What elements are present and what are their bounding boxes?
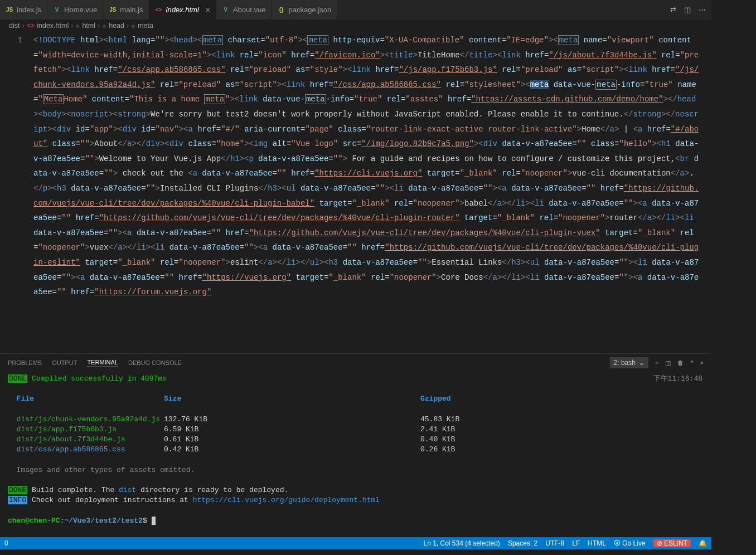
file-row: dist/css/app.ab586865.css0.42 KiB0.26 Ki… [8, 445, 704, 455]
status-cursor[interactable]: Ln 1, Col 534 (4 selected) [423, 539, 500, 547]
more-icon[interactable]: ⋯ [699, 6, 706, 14]
split-editor-icon[interactable]: ◫ [684, 6, 691, 14]
file-icon: V [53, 6, 61, 14]
terminal-timestamp: 下午11:16:48 [653, 374, 702, 384]
compare-icon[interactable]: ⇄ [670, 6, 676, 14]
file-icon: V [222, 6, 230, 14]
panel-tab-debug[interactable]: DEBUG CONSOLE [128, 359, 182, 366]
tab-label: index.html [166, 6, 199, 14]
status-spaces[interactable]: Spaces: 2 [508, 539, 537, 547]
bell-icon[interactable]: 🔔 [699, 539, 707, 547]
prompt-path: ~/Vue3/test2/test2 [64, 517, 142, 525]
tab-label: index.js [17, 6, 41, 14]
file-row: dist/js/chunk-vendors.95a92a4d.js132.76 … [8, 415, 704, 425]
line-number: 1 [0, 33, 22, 48]
editor-tab[interactable]: JSindex.js [0, 0, 47, 20]
status-problems[interactable]: 0 [4, 539, 8, 547]
breadcrumb-item[interactable]: html [82, 22, 95, 30]
tabbar-actions: ⇄ ◫ ⋯ [665, 0, 711, 20]
tab-label: package.json [289, 6, 332, 14]
line-gutter: 1 [0, 32, 33, 353]
tab-label: Home.vue [64, 6, 97, 14]
breadcrumb-item[interactable]: dist [9, 22, 20, 30]
panel-tab-output[interactable]: OUTPUT [52, 359, 77, 366]
done-badge: DONE [8, 374, 27, 383]
col-gzipped: Gzipped [420, 395, 451, 403]
editor-tab[interactable]: VAbout.vue [216, 0, 272, 20]
terminal-output[interactable]: DONE Compiled successfully in 4097ms下午11… [0, 372, 711, 537]
split-terminal-icon[interactable]: ◫ [665, 359, 671, 367]
status-language[interactable]: HTML [588, 539, 606, 547]
file-icon: JS [109, 6, 117, 14]
breadcrumb-item[interactable]: index.html [37, 22, 69, 30]
chevron-right-icon: › [127, 22, 129, 30]
breadcrumb-item[interactable]: meta [138, 22, 153, 30]
terminal-select[interactable]: 2: bash [610, 357, 648, 368]
file-row: dist/js/about.7f3d44be.js0.61 KiB0.40 Ki… [8, 435, 704, 445]
breadcrumb-item[interactable]: head [109, 22, 124, 30]
panel-tab-terminal[interactable]: TERMINAL [87, 359, 118, 367]
prompt-user: chen@chen-PC [8, 517, 60, 525]
code-content[interactable]: <!DOCTYPE html><html lang=""><head><meta… [33, 32, 711, 353]
outline-icon: ⬦ [75, 22, 80, 30]
close-icon[interactable]: × [206, 6, 210, 14]
editor-tab[interactable]: JSmain.js [103, 0, 149, 20]
status-golive[interactable]: ⦿ Go Live [614, 539, 646, 547]
outline-icon: ⬦ [102, 22, 106, 30]
file-row: dist/js/app.f175b6b3.js6.59 KiB2.41 KiB [8, 425, 704, 435]
chevron-right-icon: › [22, 22, 24, 30]
trash-icon[interactable]: 🗑 [677, 359, 684, 366]
editor-tab[interactable]: {}package.json [272, 0, 338, 20]
outline-icon: ⬦ [131, 22, 135, 30]
status-encoding[interactable]: UTF-8 [545, 539, 564, 547]
status-eslint[interactable]: ⊘ ESLINT [653, 539, 691, 547]
status-eol[interactable]: LF [572, 539, 580, 547]
close-panel-icon[interactable]: × [700, 359, 704, 366]
panel-tabs: PROBLEMS OUTPUT TERMINAL DEBUG CONSOLE 2… [0, 354, 711, 372]
code-editor[interactable]: 1 <!DOCTYPE html><html lang=""><head><me… [0, 32, 711, 353]
new-terminal-icon[interactable]: + [655, 359, 658, 366]
breadcrumb[interactable]: dist › <> index.html › ⬦ html › ⬦ head ›… [0, 20, 711, 32]
editor-tabs: JSindex.jsVHome.vueJSmain.js<>index.html… [0, 0, 711, 20]
done-badge: DONE [8, 486, 27, 494]
panel-tab-problems[interactable]: PROBLEMS [8, 359, 42, 366]
tab-label: About.vue [233, 6, 266, 14]
file-icon: {} [278, 6, 285, 14]
tab-label: main.js [120, 6, 143, 14]
col-size: Size [164, 395, 181, 403]
info-badge: INFO [8, 496, 27, 504]
file-icon: JS [6, 6, 13, 14]
status-bar: 0 Ln 1, Col 534 (4 selected) Spaces: 2 U… [0, 537, 711, 549]
chevron-right-icon: › [98, 22, 100, 30]
editor-tab[interactable]: <>index.html× [149, 0, 216, 20]
maximize-panel-icon[interactable]: ^ [690, 359, 693, 366]
terminal-cursor: _ [152, 517, 156, 525]
editor-tab[interactable]: VHome.vue [47, 0, 103, 20]
bottom-panel: PROBLEMS OUTPUT TERMINAL DEBUG CONSOLE 2… [0, 353, 711, 537]
col-file: File [17, 395, 34, 403]
html-icon: <> [27, 22, 35, 30]
file-icon: <> [155, 6, 163, 14]
chevron-right-icon: › [71, 22, 73, 30]
terminal-note: Images and other types of assets omitted… [17, 466, 195, 474]
